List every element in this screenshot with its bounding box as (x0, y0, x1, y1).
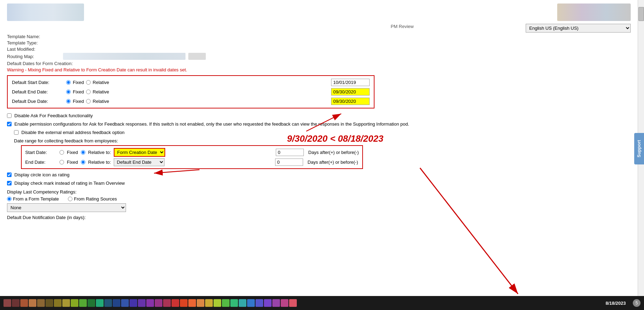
feedback-start-days-input[interactable] (276, 149, 304, 156)
color-swatch[interactable] (180, 299, 188, 307)
end-date-relative-label[interactable]: Relative (93, 89, 109, 94)
due-date-relative-radio[interactable] (86, 99, 91, 104)
color-swatch[interactable] (88, 299, 95, 307)
color-swatch[interactable] (20, 299, 28, 307)
disable-external-row: Disable the external email address feedb… (14, 129, 631, 136)
color-swatch[interactable] (96, 299, 104, 307)
feedback-end-relative-radio[interactable] (81, 160, 85, 164)
color-swatch[interactable] (289, 299, 297, 307)
color-swatch[interactable] (255, 299, 263, 307)
from-form-template-radio[interactable] (7, 197, 12, 201)
color-swatch[interactable] (247, 299, 255, 307)
due-date-input[interactable] (331, 98, 370, 105)
color-swatch[interactable] (239, 299, 246, 307)
enable-permission-checkbox[interactable] (7, 122, 12, 126)
due-date-fixed-label[interactable]: Fixed (73, 99, 84, 104)
feedback-start-fixed-label[interactable]: Fixed (67, 150, 78, 155)
feedback-start-relative-radio[interactable] (81, 150, 85, 155)
color-swatch[interactable] (197, 299, 204, 307)
color-swatch[interactable] (71, 299, 78, 307)
color-swatch[interactable] (155, 299, 162, 307)
color-swatch[interactable] (121, 299, 129, 307)
from-rating-sources-option[interactable]: From Rating Sources (68, 196, 117, 202)
from-form-template-option[interactable]: From a Form Template (7, 196, 59, 202)
color-swatch[interactable] (12, 299, 20, 307)
color-swatch[interactable] (104, 299, 112, 307)
color-swatch[interactable] (188, 299, 196, 307)
support-button[interactable]: Support (634, 133, 644, 164)
from-form-template-label: From a Form Template (13, 196, 59, 202)
feedback-end-relative-to-label[interactable]: Relative to: (88, 160, 111, 165)
color-swatch[interactable] (62, 299, 70, 307)
routing-blurred-sm (188, 53, 206, 60)
end-date-input[interactable] (331, 88, 370, 96)
color-swatch[interactable] (264, 299, 272, 307)
color-swatch[interactable] (54, 299, 62, 307)
feedback-end-days-input[interactable] (275, 158, 303, 166)
color-swatch[interactable] (172, 299, 179, 307)
competency-ratings-section: Display Last Competency Ratings: From a … (7, 189, 631, 212)
bottom-toolbar: 8/18/2023 5 (0, 296, 644, 310)
competency-none-select[interactable]: None Option 1 Option 2 (7, 203, 126, 212)
enable-permission-label[interactable]: Enable permission configurations for Ask… (14, 121, 409, 127)
color-swatch[interactable] (4, 299, 11, 307)
color-swatch[interactable] (230, 299, 238, 307)
start-date-fixed-radio[interactable] (66, 80, 71, 85)
due-date-fixed-radio[interactable] (66, 99, 71, 104)
end-date-fixed-radio[interactable] (66, 90, 71, 94)
color-swatch[interactable] (130, 299, 137, 307)
from-rating-sources-radio[interactable] (68, 197, 72, 201)
color-swatch[interactable] (222, 299, 230, 307)
svg-line-5 (420, 168, 518, 294)
color-swatch[interactable] (205, 299, 213, 307)
start-date-fixed-label[interactable]: Fixed (73, 80, 84, 85)
due-date-relative-label[interactable]: Relative (93, 99, 109, 104)
feedback-start-select[interactable]: Form Creation Date Default Start Date De… (114, 148, 165, 157)
feedback-end-select[interactable]: Form Creation Date Default Start Date De… (114, 158, 164, 166)
start-date-radio-group: Fixed Relative (66, 80, 109, 85)
language-select[interactable]: English US (English US) French (Français… (526, 24, 631, 33)
start-date-relative-label[interactable]: Relative (93, 80, 109, 85)
start-date-input[interactable] (331, 79, 370, 86)
circle-icon-checkbox[interactable] (7, 172, 12, 177)
feedback-end-fixed-label[interactable]: Fixed (67, 160, 78, 165)
feedback-start-label: Start Date: (25, 150, 57, 155)
end-date-relative-radio[interactable] (86, 90, 91, 94)
template-type-row: Template Type: (7, 40, 631, 45)
routing-blurred (63, 53, 186, 60)
feedback-start-fixed-radio[interactable] (59, 150, 64, 155)
check-mark-label[interactable]: Display check mark instead of rating in … (14, 180, 125, 186)
disable-external-checkbox[interactable] (14, 130, 19, 135)
end-date-fixed-label[interactable]: Fixed (73, 89, 84, 94)
scroll-thumb[interactable] (638, 7, 644, 21)
from-rating-sources-label: From Rating Sources (74, 196, 117, 202)
color-swatch[interactable] (37, 299, 45, 307)
circle-icon-label[interactable]: Display circle icon as rating (14, 172, 70, 178)
due-date-label: Default Due Date: (12, 99, 66, 104)
default-dates-row: Default Dates for Form Creation: (7, 61, 631, 66)
color-swatch[interactable] (138, 299, 146, 307)
feedback-end-days-label: Days after(+) or before(-) (308, 160, 358, 165)
disable-feedback-checkbox[interactable] (7, 113, 12, 118)
start-date-relative-radio[interactable] (86, 80, 91, 85)
feedback-start-days-label: Days after(+) or before(-) (308, 150, 359, 155)
color-swatch[interactable] (281, 299, 288, 307)
color-swatch[interactable] (79, 299, 87, 307)
disable-feedback-label[interactable]: Disable Ask For Feedback functionality (14, 113, 93, 119)
color-swatch[interactable] (214, 299, 221, 307)
color-swatch[interactable] (29, 299, 36, 307)
warning-text: Warning - Mixing Fixed and Relative to F… (7, 67, 631, 72)
feedback-start-relative-to-label[interactable]: Relative to: (88, 150, 111, 155)
feedback-dates-wrapper: Start Date: Fixed Relative to: Form Crea… (21, 145, 631, 169)
disable-external-label[interactable]: Disable the external email address feedb… (21, 129, 125, 136)
color-swatch[interactable] (272, 299, 280, 307)
check-mark-checkbox[interactable] (7, 181, 12, 185)
logo-blurred (7, 3, 84, 21)
feedback-start-row: Start Date: Fixed Relative to: Form Crea… (25, 148, 359, 157)
color-swatch[interactable] (163, 299, 171, 307)
color-swatch[interactable] (146, 299, 154, 307)
feedback-end-fixed-radio[interactable] (59, 160, 64, 164)
due-notification-row: Default Due Notification Date (in days): (7, 215, 631, 220)
color-swatch[interactable] (46, 299, 53, 307)
color-swatch[interactable] (113, 299, 120, 307)
